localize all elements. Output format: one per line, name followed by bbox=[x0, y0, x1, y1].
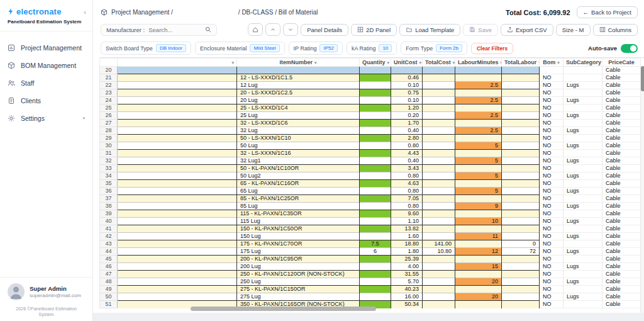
cell-labourminutes[interactable]: 10 bbox=[455, 218, 502, 225]
cell-totallabour[interactable] bbox=[502, 120, 540, 127]
cell-bom[interactable]: NO bbox=[540, 165, 564, 172]
cell-itemnumber[interactable]: 32 - LS-XXXD/1C6 bbox=[237, 120, 360, 127]
cell-totalcost[interactable] bbox=[423, 256, 455, 263]
cell-subcategory[interactable] bbox=[564, 256, 602, 263]
cell-subcategory[interactable]: Lugs bbox=[564, 112, 602, 120]
cell-itemnumber[interactable]: 85 - KL-PAXN/1C25OR bbox=[237, 195, 360, 203]
sidebar-item-staff[interactable]: Staff bbox=[0, 74, 92, 92]
cell-bom[interactable]: NO bbox=[540, 293, 564, 301]
cell-description[interactable] bbox=[118, 104, 237, 112]
cell-totallabour[interactable] bbox=[502, 210, 540, 218]
column-header-subcategory[interactable]: SubCategory▾ bbox=[564, 59, 602, 67]
size-button[interactable]: Size - M bbox=[556, 24, 591, 36]
cell-labourminutes[interactable] bbox=[455, 135, 502, 142]
cell-rownum[interactable]: 23 bbox=[100, 89, 118, 97]
column-header-bom[interactable]: Bom▾ bbox=[540, 59, 564, 67]
filter-chip-ip-rating[interactable]: IP Rating IP52 bbox=[289, 42, 343, 55]
cell-labourminutes[interactable]: 5 bbox=[455, 188, 502, 195]
cell-description[interactable] bbox=[118, 157, 237, 165]
cell-bom[interactable]: NO bbox=[540, 248, 564, 256]
cell-bom[interactable]: NO bbox=[540, 127, 564, 135]
cell-description[interactable] bbox=[118, 150, 237, 157]
cell-unitcost[interactable]: 5.70 bbox=[391, 278, 423, 286]
cell-subcategory[interactable]: Lugs bbox=[564, 233, 602, 240]
cell-pricecate[interactable]: Cable bbox=[602, 225, 641, 233]
cell-totalcost[interactable] bbox=[423, 120, 455, 127]
cell-quantity[interactable] bbox=[360, 210, 391, 218]
sort-caret-icon[interactable]: ▾ bbox=[314, 60, 317, 65]
cell-bom[interactable]: NO bbox=[540, 135, 564, 142]
cell-totalcost[interactable] bbox=[423, 225, 455, 233]
cell-totallabour[interactable] bbox=[502, 286, 540, 293]
cell-pricecate[interactable]: Cable bbox=[602, 157, 641, 165]
cell-rownum[interactable]: 32 bbox=[100, 157, 118, 165]
cell-description[interactable] bbox=[118, 165, 237, 172]
cell-itemnumber[interactable]: 50 Lug bbox=[237, 142, 360, 150]
cell-totallabour[interactable] bbox=[502, 82, 540, 89]
cell-totallabour[interactable]: 0 bbox=[502, 240, 540, 248]
cell-labourminutes[interactable] bbox=[455, 150, 502, 157]
cell-quantity[interactable] bbox=[360, 263, 391, 271]
back-to-project-button[interactable]: ← Back to Project bbox=[577, 6, 638, 18]
cell-totalcost[interactable] bbox=[423, 293, 455, 301]
filter-chip-form-type[interactable]: Form Type Form 2b bbox=[401, 42, 467, 55]
cell-description[interactable] bbox=[118, 180, 237, 188]
cell-rownum[interactable]: 40 bbox=[100, 218, 118, 225]
cell-pricecate[interactable]: Cable bbox=[602, 112, 641, 120]
cell-rownum[interactable]: 38 bbox=[100, 203, 118, 210]
cell-totallabour[interactable] bbox=[502, 112, 540, 120]
cell-quantity[interactable] bbox=[360, 180, 391, 188]
cell-labourminutes[interactable] bbox=[455, 89, 502, 97]
column-header-description[interactable]: ▾ bbox=[118, 59, 237, 67]
cell-description[interactable] bbox=[118, 210, 237, 218]
cell-itemnumber[interactable]: 150 - KL-PAXN/1C50OR bbox=[237, 225, 360, 233]
cell-itemnumber[interactable]: 275 - KL-PAXN/1C150OR bbox=[237, 286, 360, 293]
cell-labourminutes[interactable] bbox=[455, 225, 502, 233]
cell-quantity[interactable] bbox=[360, 104, 391, 112]
cell-bom[interactable]: NO bbox=[540, 150, 564, 157]
cell-itemnumber[interactable]: 20 Lug bbox=[237, 97, 360, 104]
cell-subcategory[interactable]: Lugs bbox=[564, 157, 602, 165]
cell-totallabour[interactable] bbox=[502, 135, 540, 142]
cell-itemnumber[interactable]: 175 - KL-PAXN/1C70OR bbox=[237, 240, 360, 248]
cell-pricecate[interactable]: Cable bbox=[602, 67, 641, 74]
cell-unitcost[interactable]: 40.23 bbox=[391, 286, 423, 293]
sort-caret-icon[interactable]: ▾ bbox=[231, 60, 234, 65]
sidebar-collapse-icon[interactable]: ‹ bbox=[84, 8, 86, 16]
cell-itemnumber[interactable]: 85 Lug bbox=[237, 203, 360, 210]
cell-totallabour[interactable] bbox=[502, 74, 540, 82]
filter-chip-switch-board-type[interactable]: Switch Board Type DB Indoor bbox=[101, 42, 191, 55]
cell-rownum[interactable]: 28 bbox=[100, 127, 118, 135]
cell-totalcost[interactable] bbox=[423, 271, 455, 278]
cell-totalcost[interactable] bbox=[423, 157, 455, 165]
cell-subcategory[interactable] bbox=[564, 225, 602, 233]
cell-pricecate[interactable]: Cable bbox=[602, 278, 641, 286]
sort-caret-icon[interactable]: ▾ bbox=[419, 60, 422, 65]
cell-description[interactable] bbox=[118, 89, 237, 97]
cell-itemnumber[interactable]: 12 Lug bbox=[237, 82, 360, 89]
cell-bom[interactable]: NO bbox=[540, 120, 564, 127]
cell-rownum[interactable]: 30 bbox=[100, 142, 118, 150]
cell-labourminutes[interactable] bbox=[455, 286, 502, 293]
cell-quantity[interactable] bbox=[360, 188, 391, 195]
cell-totalcost[interactable] bbox=[423, 263, 455, 271]
cell-rownum[interactable]: 46 bbox=[100, 263, 118, 271]
cell-subcategory[interactable] bbox=[564, 271, 602, 278]
cell-totalcost[interactable] bbox=[423, 218, 455, 225]
cell-unitcost[interactable]: 1.10 bbox=[391, 218, 423, 225]
cell-bom[interactable]: NO bbox=[540, 218, 564, 225]
cell-pricecate[interactable]: Cable bbox=[602, 210, 641, 218]
cell-pricecate[interactable]: Cable bbox=[602, 150, 641, 157]
cell-totallabour[interactable] bbox=[502, 301, 540, 308]
cell-labourminutes[interactable] bbox=[455, 180, 502, 188]
cell-subcategory[interactable]: Lugs bbox=[564, 172, 602, 180]
cell-quantity[interactable] bbox=[360, 142, 391, 150]
cell-totalcost[interactable] bbox=[423, 82, 455, 89]
cell-totalcost[interactable] bbox=[423, 150, 455, 157]
cell-totalcost[interactable] bbox=[423, 301, 455, 308]
cell-quantity[interactable] bbox=[360, 135, 391, 142]
cell-totallabour[interactable] bbox=[502, 67, 540, 74]
cell-rownum[interactable]: 45 bbox=[100, 256, 118, 263]
cell-rownum[interactable]: 34 bbox=[100, 172, 118, 180]
cell-subcategory[interactable] bbox=[564, 67, 602, 74]
